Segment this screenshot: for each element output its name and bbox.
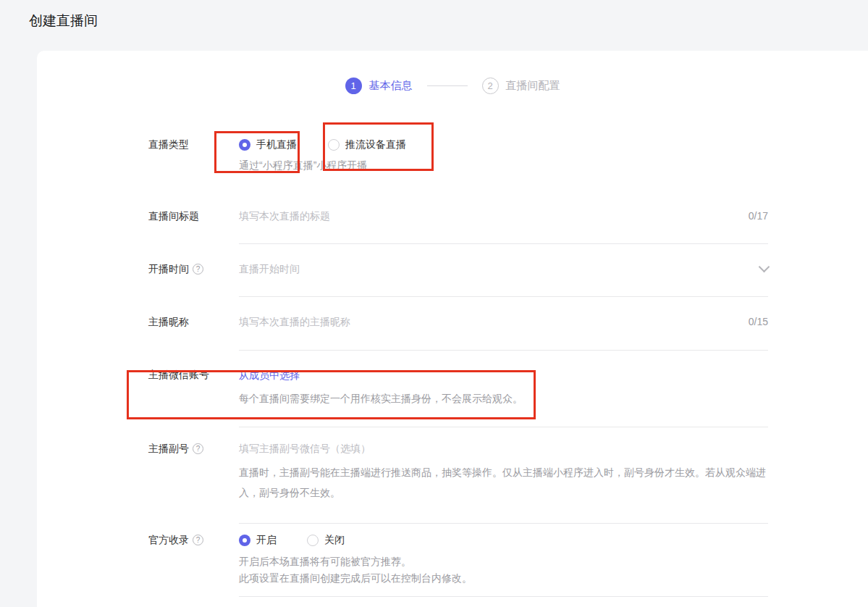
help-icon[interactable]: ?	[193, 443, 203, 454]
help-icon[interactable]: ?	[193, 535, 203, 545]
row-start-time: 开播时间 ?	[148, 244, 768, 297]
row-live-type: 直播类型 手机直播 推流设备直播 通过“小程序直播”小程序开播	[148, 136, 768, 172]
radio-official-on-label: 开启	[256, 534, 277, 547]
room-title-counter: 0/17	[749, 210, 768, 222]
select-from-members-link[interactable]: 从成员中选择	[239, 369, 300, 382]
radio-unchecked-icon[interactable]	[328, 139, 340, 151]
start-time-picker[interactable]	[239, 263, 760, 275]
room-title-input[interactable]	[239, 210, 740, 222]
page-title: 创建直播间	[29, 12, 98, 30]
official-listing-helper: 开启后本场直播将有可能被官方推荐。 此项设置在直播间创建完成后可以在控制台内修改…	[239, 553, 768, 587]
anchor-nickname-label: 主播昵称	[148, 297, 239, 351]
row-anchor-wechat: 主播微信账号 从成员中选择 每个直播间需要绑定一个用作核实主播身份，不会展示给观…	[148, 351, 768, 427]
anchor-nickname-counter: 0/15	[749, 316, 768, 327]
radio-unchecked-icon[interactable]	[307, 535, 319, 546]
radio-official-on[interactable]: 开启	[239, 534, 277, 547]
main-card: 1 基本信息 2 直播间配置 直播类型 手机直播	[37, 51, 868, 607]
radio-official-off-label: 关闭	[324, 534, 345, 547]
row-official-listing: 官方收录 ? 开启 关闭 开启后本场直播将有可能被官方推荐。 此项设置在直	[148, 524, 768, 597]
anchor-sub-helper: 直播时，主播副号能在主播端进行推送商品，抽奖等操作。仅从主播端小程序进入时，副号…	[239, 462, 768, 503]
anchor-sub-label: 主播副号 ?	[148, 427, 239, 524]
anchor-sub-input[interactable]	[239, 443, 768, 454]
anchor-wechat-helper: 每个直播间需要绑定一个用作核实主播身份，不会展示给观众。	[239, 391, 768, 406]
radio-phone-live-label: 手机直播	[256, 138, 297, 151]
row-anchor-nickname: 主播昵称 0/15	[148, 297, 768, 351]
official-listing-label: 官方收录 ?	[148, 524, 239, 597]
anchor-wechat-label: 主播微信账号	[148, 351, 239, 427]
help-icon[interactable]: ?	[193, 264, 203, 275]
start-time-label: 开播时间 ?	[148, 244, 239, 297]
radio-checked-icon[interactable]	[239, 139, 250, 151]
row-anchor-sub-account: 主播副号 ? 直播时，主播副号能在主播端进行推送商品，抽奖等操作。仅从主播端小程…	[148, 427, 768, 524]
step-connector-line	[427, 85, 468, 86]
official-helper-line2: 此项设置在直播间创建完成后可以在控制台内修改。	[239, 570, 768, 587]
step2-label: 直播间配置	[506, 79, 560, 93]
chevron-down-icon[interactable]	[759, 261, 770, 272]
radio-checked-icon[interactable]	[239, 535, 250, 546]
official-helper-line1: 开启后本场直播将有可能被官方推荐。	[239, 553, 768, 570]
step-indicator: 1 基本信息 2 直播间配置	[37, 78, 868, 94]
radio-push-device-live-label: 推流设备直播	[345, 138, 406, 151]
row-room-title: 直播间标题 0/17	[148, 191, 768, 244]
step-room-config: 2 直播间配置	[482, 78, 560, 94]
live-type-helper: 通过“小程序直播”小程序开播	[239, 158, 768, 172]
step1-label: 基本信息	[369, 79, 413, 93]
radio-official-off[interactable]: 关闭	[307, 534, 345, 547]
step-basic-info: 1 基本信息	[345, 78, 413, 94]
radio-push-device-live[interactable]: 推流设备直播	[328, 138, 406, 151]
radio-phone-live[interactable]: 手机直播	[239, 138, 297, 151]
room-title-label: 直播间标题	[148, 191, 239, 244]
step2-circle: 2	[482, 78, 499, 94]
anchor-nickname-input[interactable]	[239, 316, 740, 327]
step1-circle: 1	[345, 78, 362, 94]
live-type-label: 直播类型	[148, 136, 239, 172]
create-room-form: 直播类型 手机直播 推流设备直播 通过“小程序直播”小程序开播	[148, 136, 768, 597]
